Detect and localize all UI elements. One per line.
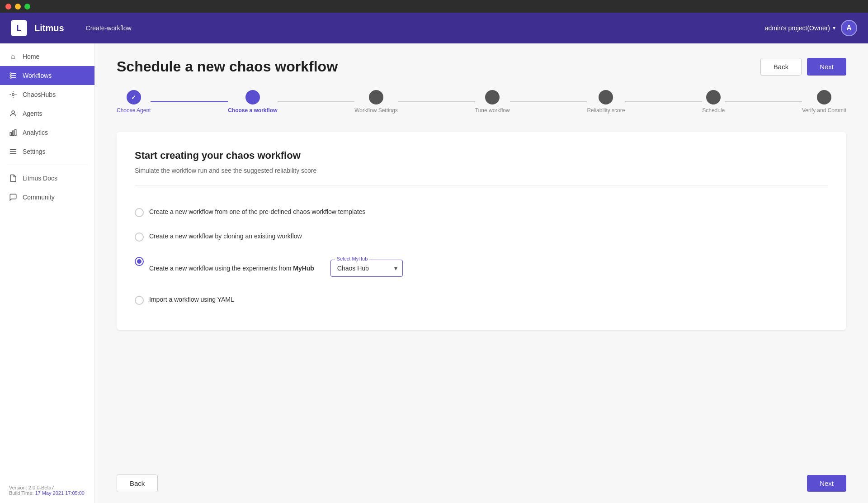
radio-label-myhub: Create a new workflow using the experime… — [149, 265, 316, 272]
sidebar-label-settings: Settings — [23, 148, 46, 155]
svg-point-6 — [12, 94, 14, 96]
sidebar-item-home[interactable]: ⌂ Home — [0, 47, 94, 66]
radio-option-yaml[interactable]: Import a workflow using YAML — [135, 288, 828, 312]
step-circle-6 — [706, 90, 721, 104]
step-7: Verify and Commit — [802, 90, 846, 114]
card-subtext: Simulate the workflow run and see the su… — [135, 167, 828, 174]
breadcrumb: Create-workflow — [86, 24, 132, 32]
svg-point-7 — [12, 111, 14, 114]
myhub-select-label: Select MyHub — [335, 256, 369, 261]
card-heading: Start creating your chaos workflow — [135, 150, 828, 161]
radio-label-yaml: Import a workflow using YAML — [149, 295, 234, 304]
sidebar-item-workflows[interactable]: Workflows — [0, 66, 94, 85]
radio-circle-yaml[interactable] — [135, 296, 144, 305]
step-3: Workflow Settings — [354, 90, 398, 114]
radio-option-predefined[interactable]: Create a new workflow from one of the pr… — [135, 200, 828, 224]
svg-point-2 — [10, 77, 11, 78]
back-button-top[interactable]: Back — [760, 58, 802, 76]
step-circle-3 — [369, 90, 383, 104]
step-2: Choose a workflow — [228, 90, 277, 114]
workflow-card: Start creating your chaos workflow Simul… — [117, 132, 846, 330]
analytics-icon — [9, 128, 17, 137]
radio-label-clone: Create a new workflow by cloning an exis… — [149, 232, 302, 241]
step-connector-6 — [725, 101, 802, 102]
step-label-2: Choose a workflow — [228, 107, 277, 114]
workflows-icon — [9, 71, 17, 80]
step-4: Tune workflow — [475, 90, 510, 114]
sidebar-label-home: Home — [23, 53, 39, 60]
next-button-bottom[interactable]: Next — [807, 475, 846, 492]
header-right: admin's project(Owner) ▾ A — [765, 20, 857, 36]
title-bar — [0, 0, 868, 13]
step-circle-7 — [817, 90, 831, 104]
radio-option-myhub[interactable]: Create a new workflow using the experime… — [135, 249, 828, 288]
sidebar-label-litmus-docs: Litmus Docs — [23, 175, 57, 182]
sidebar-item-agents[interactable]: Agents — [0, 104, 94, 123]
app-header: L Litmus Create-workflow admin's project… — [0, 13, 868, 43]
sidebar-label-chaoshubs: ChaosHubs — [23, 91, 56, 98]
step-label-7: Verify and Commit — [802, 107, 846, 114]
close-btn[interactable] — [5, 4, 11, 9]
chaoshubs-icon — [9, 90, 17, 99]
app-logo: L — [11, 20, 27, 36]
sidebar-label-agents: Agents — [23, 110, 42, 117]
sidebar-label-analytics: Analytics — [23, 129, 48, 136]
maximize-btn[interactable] — [24, 4, 30, 9]
svg-rect-8 — [10, 133, 11, 136]
svg-rect-9 — [13, 131, 14, 136]
step-connector-3 — [398, 101, 475, 102]
chevron-down-icon: ▾ — [833, 25, 835, 31]
step-connector-2 — [278, 101, 355, 102]
back-button-bottom[interactable]: Back — [117, 475, 158, 492]
step-5: Reliability score — [587, 90, 625, 114]
step-circle-2 — [245, 90, 260, 104]
stepper: ✓ Choose Agent Choose a workflow Workflo… — [117, 90, 846, 114]
step-label-4: Tune workflow — [475, 107, 510, 114]
step-circle-4 — [485, 90, 500, 104]
header-left: L Litmus Create-workflow — [11, 20, 132, 36]
step-label-5: Reliability score — [587, 107, 625, 114]
step-connector-4 — [510, 101, 587, 102]
sidebar-nav: ⌂ Home Workflows ChaosHubs Agents — [0, 47, 94, 478]
sidebar-divider — [7, 165, 87, 165]
sidebar-item-settings[interactable]: Settings — [0, 142, 94, 161]
settings-icon — [9, 147, 17, 156]
sidebar-footer: Version: 2.0.0-Beta7 Build Time: 17 May … — [0, 478, 94, 503]
sidebar-item-litmus-docs[interactable]: Litmus Docs — [0, 169, 94, 188]
myhub-option-content: Create a new workflow using the experime… — [149, 256, 403, 280]
sidebar-label-community: Community — [23, 194, 55, 201]
radio-option-clone[interactable]: Create a new workflow by cloning an exis… — [135, 224, 828, 249]
next-button-top[interactable]: Next — [807, 58, 846, 76]
header-buttons: Back Next — [760, 58, 846, 76]
home-icon: ⌂ — [9, 52, 17, 61]
sidebar-item-community[interactable]: Community — [0, 188, 94, 207]
step-6: Schedule — [702, 90, 725, 114]
community-icon — [9, 193, 17, 201]
bottom-bar: Back Next — [95, 464, 868, 503]
step-label-3: Workflow Settings — [354, 107, 398, 114]
svg-rect-10 — [15, 129, 16, 136]
app-body: ⌂ Home Workflows ChaosHubs Agents — [0, 43, 868, 503]
myhub-select[interactable]: Chaos Hub — [330, 260, 403, 277]
sidebar-item-chaoshubs[interactable]: ChaosHubs — [0, 85, 94, 104]
radio-circle-clone[interactable] — [135, 233, 144, 242]
page-header-row: Schedule a new chaos workflow Back Next — [117, 58, 846, 76]
step-label-6: Schedule — [702, 107, 725, 114]
svg-point-1 — [10, 75, 11, 76]
sidebar-item-analytics[interactable]: Analytics — [0, 123, 94, 142]
step-circle-5 — [599, 90, 613, 104]
radio-circle-myhub[interactable] — [135, 257, 144, 266]
main-content: Schedule a new chaos workflow Back Next … — [95, 43, 868, 464]
radio-circle-predefined[interactable] — [135, 208, 144, 217]
page-title: Schedule a new chaos workflow — [117, 58, 338, 75]
minimize-btn[interactable] — [15, 4, 21, 9]
app-name: Litmus — [34, 23, 64, 33]
sidebar: ⌂ Home Workflows ChaosHubs Agents — [0, 43, 95, 503]
project-selector[interactable]: admin's project(Owner) ▾ — [765, 24, 835, 32]
step-connector-5 — [625, 101, 702, 102]
step-label-1: Choose Agent — [117, 107, 151, 114]
card-divider — [135, 185, 828, 185]
avatar[interactable]: A — [841, 20, 857, 36]
step-connector-1 — [151, 101, 228, 102]
svg-point-0 — [10, 73, 11, 74]
